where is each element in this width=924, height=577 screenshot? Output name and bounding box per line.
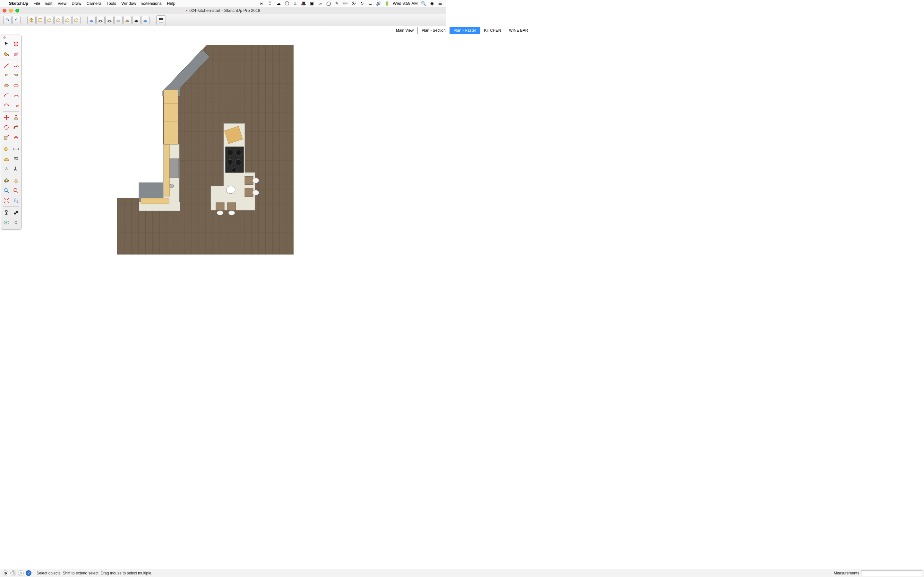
3pt-arc-tool[interactable]: [2, 101, 11, 110]
palette-close-icon[interactable]: [3, 36, 6, 39]
section-plane-tool[interactable]: [11, 218, 21, 227]
window-zoom-button[interactable]: [15, 9, 19, 13]
3dtext-tool[interactable]: [11, 164, 21, 173]
pan-tool[interactable]: [11, 176, 21, 185]
svg-rect-31: [245, 189, 253, 197]
previous-view-tool[interactable]: [11, 196, 21, 205]
svg-point-26: [227, 159, 233, 165]
scale-tool[interactable]: [2, 133, 11, 142]
front-view-button[interactable]: [45, 16, 53, 24]
menu-edit[interactable]: Edit: [45, 1, 52, 6]
tab-plan-section[interactable]: Plan - Section: [418, 27, 446, 34]
battery-icon[interactable]: 🔋: [384, 1, 389, 6]
timemachine-icon[interactable]: ↻: [359, 1, 365, 6]
svg-rect-0: [39, 19, 42, 22]
hat-icon[interactable]: 🎩: [301, 1, 306, 6]
menu-draw[interactable]: Draw: [71, 1, 81, 6]
undo-button[interactable]: [3, 16, 11, 24]
window-close-button[interactable]: [3, 9, 6, 13]
position-camera-tool[interactable]: [2, 208, 11, 217]
app-menu[interactable]: SketchUp: [9, 1, 28, 6]
tool-palette[interactable]: A1: [1, 35, 21, 229]
polygon-tool[interactable]: [11, 81, 21, 90]
protractor-tool[interactable]: [2, 155, 11, 163]
style-shaded-button[interactable]: [114, 16, 123, 24]
menu-tools[interactable]: Tools: [107, 1, 116, 6]
layout-button[interactable]: [156, 15, 166, 25]
wifi-icon[interactable]: ⚊: [368, 1, 373, 6]
siri-icon[interactable]: ◉: [429, 1, 435, 6]
zoom-tool[interactable]: [2, 186, 11, 195]
screencast-icon[interactable]: ⏯: [259, 1, 264, 6]
svg-point-29: [226, 186, 235, 193]
pushpull-tool[interactable]: [11, 113, 21, 122]
record-icon[interactable]: ⦿: [351, 1, 356, 6]
top-view-button[interactable]: [36, 16, 45, 24]
viewport[interactable]: [0, 26, 446, 279]
svg-point-37: [228, 211, 235, 215]
back-view-button[interactable]: [63, 16, 71, 24]
orbit-tool[interactable]: [2, 176, 11, 185]
style-shaded-tex-button[interactable]: [123, 16, 132, 24]
style-color-button[interactable]: [141, 16, 150, 24]
walk-tool[interactable]: [11, 208, 21, 217]
info-icon[interactable]: ⓘ: [284, 1, 289, 6]
axes-tool[interactable]: [2, 164, 11, 173]
iso-view-button[interactable]: [27, 16, 36, 24]
text-tool[interactable]: A1: [11, 155, 21, 163]
paint-bucket-tool[interactable]: [2, 49, 11, 58]
left-view-button[interactable]: [72, 16, 81, 24]
zoom-extents-tool[interactable]: [2, 196, 11, 205]
menu-window[interactable]: Window: [121, 1, 136, 6]
svg-point-25: [236, 150, 241, 155]
rotate-tool[interactable]: [2, 123, 11, 132]
style-wireframe-button[interactable]: [96, 16, 105, 24]
look-around-tool[interactable]: [2, 218, 11, 227]
move-tool[interactable]: [2, 113, 11, 122]
square-icon[interactable]: ▣: [309, 1, 314, 6]
arc-tool[interactable]: [2, 91, 11, 100]
rotated-rect-tool[interactable]: [11, 71, 21, 80]
style-xray-button[interactable]: [87, 16, 95, 24]
svg-point-36: [217, 211, 223, 215]
menu-view[interactable]: View: [57, 1, 66, 6]
right-view-button[interactable]: [54, 16, 63, 24]
backblaze-icon[interactable]: ♨: [292, 1, 298, 6]
style-hidden-button[interactable]: [105, 16, 113, 24]
menu-camera[interactable]: Camera: [87, 1, 102, 6]
volume-icon[interactable]: 🔊: [376, 1, 381, 6]
svg-point-48: [4, 189, 7, 192]
svg-point-21: [170, 184, 174, 188]
menu-help[interactable]: Help: [167, 1, 176, 6]
pie-tool[interactable]: [11, 101, 21, 110]
glasses-icon[interactable]: 👓: [342, 1, 348, 6]
followme-tool[interactable]: [11, 123, 21, 132]
spotlight-icon[interactable]: 🔍: [421, 1, 426, 6]
evernote-icon[interactable]: ✎: [334, 1, 339, 6]
cloud-icon[interactable]: ☁: [276, 1, 281, 6]
eraser-tool[interactable]: [11, 49, 21, 58]
style-mono-button[interactable]: [132, 16, 141, 24]
tape-tool[interactable]: [2, 145, 11, 153]
menu-file[interactable]: File: [33, 1, 40, 6]
dimension-tool[interactable]: [11, 145, 21, 153]
menu-extensions[interactable]: Extensions: [141, 1, 162, 6]
offset-tool[interactable]: [11, 133, 21, 142]
svg-rect-39: [14, 53, 18, 56]
window-minimize-button[interactable]: [9, 9, 13, 13]
notification-center-icon[interactable]: ☰: [438, 1, 443, 6]
2pt-arc-tool[interactable]: [11, 91, 21, 100]
circle-tool[interactable]: [2, 81, 11, 90]
dropbox-icon[interactable]: ⠿: [268, 1, 273, 6]
circle-icon[interactable]: ◯: [326, 1, 331, 6]
make-component-tool[interactable]: [11, 39, 21, 48]
zoom-window-tool[interactable]: [11, 186, 21, 195]
tab-main-view[interactable]: Main View: [392, 27, 418, 34]
redo-button[interactable]: [12, 16, 21, 24]
line-tool[interactable]: [2, 61, 11, 70]
infinity-icon[interactable]: ∞: [318, 1, 323, 6]
freehand-tool[interactable]: [11, 61, 21, 70]
clock[interactable]: Wed 9:59 AM: [393, 1, 418, 6]
select-tool[interactable]: [2, 39, 11, 48]
rectangle-tool[interactable]: [2, 71, 11, 80]
